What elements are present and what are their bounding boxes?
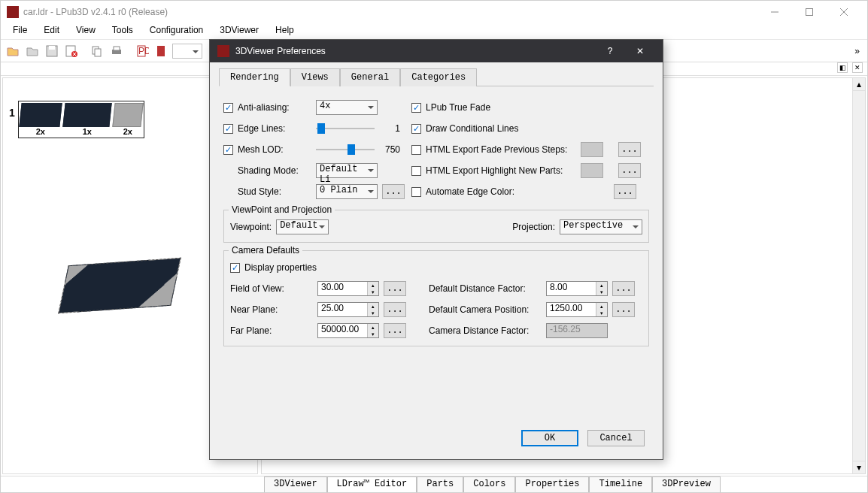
display-properties-checkbox[interactable] (230, 263, 240, 273)
tab-general[interactable]: General (340, 68, 400, 86)
far-more-button[interactable]: ... (384, 323, 406, 338)
copy-icon[interactable] (88, 42, 106, 60)
html-highlight-color[interactable] (581, 163, 603, 178)
menu-file[interactable]: File (5, 23, 35, 39)
edge-lines-checkbox[interactable] (223, 124, 233, 134)
stud-style-label: Stud Style: (238, 186, 311, 197)
app-icon (7, 6, 19, 18)
menu-3dviewer[interactable]: 3DViewer (212, 23, 266, 39)
tab-parts[interactable]: Parts (417, 476, 463, 492)
menu-help[interactable]: Help (268, 23, 302, 39)
dock-float-icon[interactable]: ◧ (837, 62, 848, 73)
part-image (62, 103, 111, 127)
edge-lines-slider[interactable] (316, 123, 375, 134)
true-fade-checkbox[interactable] (411, 103, 421, 113)
cdf-input: -156.25 (546, 323, 608, 338)
near-label: Near Plane: (230, 304, 313, 315)
fov-input[interactable]: 30.00▴▾ (317, 281, 379, 296)
tab-views[interactable]: Views (290, 68, 340, 86)
part-item: 2x (20, 103, 61, 136)
cdf-label: Camera Distance Factor: (429, 325, 542, 336)
far-input[interactable]: 50000.00▴▾ (317, 323, 379, 338)
true-fade-label: LPub True Fade (426, 102, 490, 113)
menu-view[interactable]: View (68, 23, 103, 39)
vertical-scrollbar[interactable]: ▴ ▾ (852, 78, 865, 473)
dialog-help-button[interactable]: ? (595, 40, 625, 62)
anti-aliasing-checkbox[interactable] (223, 103, 233, 113)
tab-colors[interactable]: Colors (463, 476, 515, 492)
svg-rect-13 (114, 47, 120, 50)
html-fade-label: HTML Export Fade Previous Steps: (426, 144, 576, 155)
bottom-tabs: 3DViewer LDraw™ Editor Parts Colors Prop… (1, 476, 867, 492)
dialog-title-bar[interactable]: 3DViewer Preferences ? ✕ (210, 40, 663, 62)
window-title: car.ldr - LPub3D v2.4.1 r0 (Release) (23, 7, 757, 17)
menu-edit[interactable]: Edit (36, 23, 67, 39)
print-icon[interactable] (108, 42, 126, 60)
mesh-lod-checkbox[interactable] (223, 145, 233, 155)
tab-3dpreview[interactable]: 3DPreview (652, 476, 721, 492)
html-fade-checkbox[interactable] (411, 145, 421, 155)
toolbar-more[interactable]: » (850, 46, 864, 56)
ddf-input[interactable]: 8.00▴▾ (546, 281, 608, 296)
anti-aliasing-combo[interactable]: 4x (316, 100, 378, 115)
edge-lines-value: 1 (379, 123, 400, 134)
viewpoint-combo[interactable]: Default (276, 219, 329, 234)
edge-lines-label: Edge Lines: (238, 123, 311, 134)
part-item: 1x (64, 103, 111, 136)
tab-ldraw-editor[interactable]: LDraw™ Editor (327, 476, 417, 492)
svg-rect-5 (49, 46, 55, 50)
close-button[interactable] (827, 1, 861, 23)
parts-list[interactable]: 2x 1x 2x (18, 101, 144, 138)
dialog-close-button[interactable]: ✕ (625, 40, 655, 62)
html-highlight-more-button[interactable]: ... (618, 163, 641, 178)
cancel-button[interactable]: Cancel (587, 430, 645, 446)
near-input[interactable]: 25.00▴▾ (317, 302, 379, 317)
scroll-up-icon[interactable]: ▴ (853, 78, 865, 91)
auto-edge-more-button[interactable]: ... (614, 184, 636, 199)
auto-edge-checkbox[interactable] (411, 187, 421, 197)
close-file-icon[interactable] (62, 42, 80, 60)
ddf-more-button[interactable]: ... (612, 281, 635, 296)
projection-label: Projection: (512, 222, 555, 232)
save-icon[interactable] (43, 42, 61, 60)
tab-3dviewer[interactable]: 3DViewer (264, 476, 327, 492)
dialog-title: 3DViewer Preferences (235, 46, 595, 56)
stud-style-more-button[interactable]: ... (382, 184, 405, 199)
tab-categories[interactable]: Categories (400, 68, 477, 86)
open2-icon[interactable] (23, 42, 41, 60)
html-fade-color[interactable] (581, 142, 603, 157)
projection-combo[interactable]: Perspective (560, 219, 642, 234)
scroll-down-icon[interactable]: ▾ (853, 461, 865, 473)
menu-tools[interactable]: Tools (105, 23, 141, 39)
mesh-lod-value: 750 (379, 144, 400, 155)
html-highlight-checkbox[interactable] (411, 166, 421, 176)
dcp-input[interactable]: 1250.00▴▾ (546, 302, 608, 317)
mesh-lod-slider[interactable] (316, 144, 375, 155)
camera-group: Camera Defaults Display properties Field… (223, 250, 649, 346)
dialog-body: Rendering Views General Categories Anti-… (210, 62, 663, 459)
tab-rendering[interactable]: Rendering (219, 68, 290, 86)
viewpoint-group: ViewPoint and Projection Viewpoint: Defa… (223, 210, 649, 243)
draw-conditional-checkbox[interactable] (411, 124, 421, 134)
toolbar-combo[interactable] (172, 44, 202, 59)
open-icon[interactable] (4, 42, 22, 60)
shading-mode-combo[interactable]: Default Li (316, 163, 378, 178)
stud-style-combo[interactable]: 0 Plain (316, 184, 378, 199)
viewpoint-label: Viewpoint: (230, 222, 272, 232)
menu-bar: File Edit View Tools Configuration 3DVie… (1, 23, 867, 40)
part-qty: 1x (83, 127, 92, 136)
dcp-more-button[interactable]: ... (612, 302, 635, 317)
fov-more-button[interactable]: ... (384, 281, 406, 296)
assembly-image[interactable] (58, 258, 181, 313)
html-fade-more-button[interactable]: ... (618, 142, 641, 157)
pdf2-icon[interactable] (153, 42, 171, 60)
pdf-icon[interactable]: PDF (133, 42, 151, 60)
dock-close-icon[interactable]: ✕ (852, 62, 863, 73)
minimize-button[interactable] (757, 1, 792, 23)
tab-timeline[interactable]: Timeline (589, 476, 652, 492)
menu-configuration[interactable]: Configuration (142, 23, 211, 39)
ok-button[interactable]: OK (521, 430, 578, 446)
tab-properties[interactable]: Properties (515, 476, 589, 492)
near-more-button[interactable]: ... (384, 302, 406, 317)
maximize-button[interactable] (792, 1, 827, 23)
